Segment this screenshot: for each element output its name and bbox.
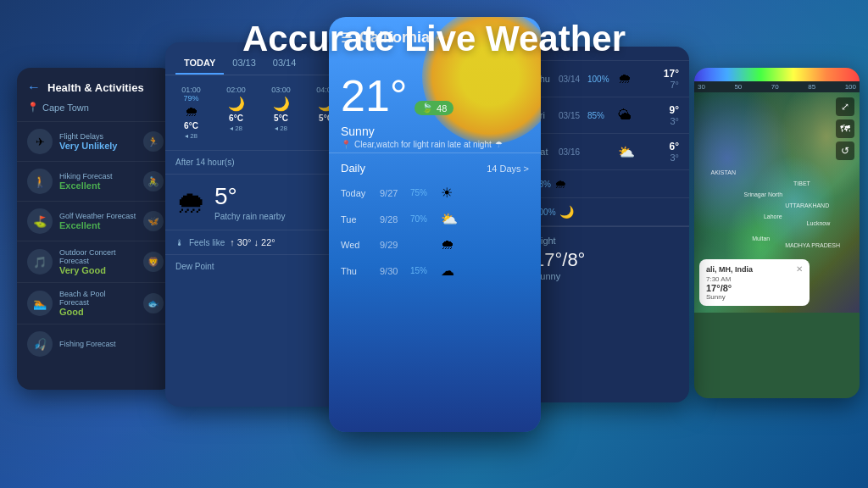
map-place-label: Lucknow	[807, 220, 831, 226]
night-label: Night	[534, 236, 679, 246]
activity-item: 🚶 Hiking Forecast Excellent 🚴	[17, 161, 174, 201]
hourly-main-temp: 5°	[214, 183, 285, 210]
california-temp-section: 21° 🍃 48 Sunny 📍 Clear,watch for light r…	[329, 53, 541, 152]
activity-icon: ⛳	[27, 208, 53, 234]
activity-item: ⛳ Golf Weather Forecast Excellent 🦋	[17, 201, 174, 241]
hourly-weather-icon: 🌧	[185, 104, 198, 119]
weekly-high: 9°	[670, 104, 679, 116]
map-layers-button[interactable]: 🗺	[836, 119, 854, 138]
activity-text: Flight Delays Very Unlikely	[59, 132, 136, 151]
label-70: 70	[771, 83, 779, 91]
back-arrow-icon[interactable]: ←	[27, 80, 41, 95]
activity-icon: 🎣	[27, 331, 53, 357]
hourly-time: 02:00	[226, 86, 246, 94]
activity-label: Hiking Forecast	[59, 172, 136, 180]
activity-text: Beach & Pool Forecast Good	[59, 290, 136, 317]
night-temp: 17°/8°	[534, 249, 679, 271]
map-place-label: Lahore	[764, 214, 782, 219]
activity-icon: 🚶	[27, 169, 53, 194]
weekly-temps: 6° 3°	[670, 141, 679, 163]
map-color-bar	[694, 68, 860, 81]
activity-item: 🎵 Outdoor Concert Forecast Very Good 🦁	[17, 241, 174, 282]
popup-close-button[interactable]: ✕	[796, 264, 803, 274]
after-label: After 14 hour(s)	[165, 150, 352, 174]
popup-title: ali, MH, India	[706, 265, 753, 274]
weekly-extra-row-1: 78% 🌧	[524, 170, 689, 198]
hourly-wind: ◂ 28	[185, 132, 198, 140]
hourly-main-label: Patchy rain nearby	[214, 212, 285, 221]
activity-extra-icon: 🐟	[143, 293, 164, 313]
weekly-day-row: Thu 03/14 100% 🌧 17° 7°	[524, 61, 689, 97]
day-date: 9/29	[380, 240, 405, 250]
popup-temp: 17°/8°	[706, 283, 803, 293]
weekly-low: 3°	[670, 116, 679, 126]
day-icon: ☀	[441, 185, 461, 201]
map-body: AKISTANTIBETSrinagar NorthLahoreMultanUT…	[694, 92, 860, 313]
day-icon: 🌧	[441, 237, 461, 252]
hourly-weather-icon: 🌙	[273, 96, 290, 112]
day-pct: 15%	[410, 266, 436, 275]
rain-icon-extra: 🌧	[554, 177, 566, 191]
weekly-day-date: 03/14	[559, 75, 584, 84]
activity-extra-icon: 🦋	[143, 211, 164, 231]
daily-row: Thu 9/30 15% ☁	[329, 258, 541, 284]
weekly-forecast-card: Thu 03/14 100% 🌧 17° 7° Fri 03/15 85% 🌥 …	[524, 47, 689, 402]
hourly-wind: ◂ 28	[230, 125, 242, 132]
activity-value: Very Unlikely	[59, 141, 136, 151]
activity-label: Beach & Pool Forecast	[59, 290, 136, 307]
weekly-weather-icon: ⛅	[618, 144, 637, 160]
alert-icon: 📍	[341, 140, 351, 149]
health-title: Health & Activities	[47, 81, 144, 94]
weather-map-card: 30 50 70 85 100 AKISTANTIBETSrinagar Nor…	[694, 68, 860, 398]
map-color-labels: 30 50 70 85 100	[694, 81, 860, 92]
umbrella-icon: ☂	[495, 140, 503, 149]
california-condition: Sunny	[341, 125, 529, 138]
map-expand-button[interactable]: ⤢	[836, 97, 854, 116]
activity-value: Very Good	[59, 265, 136, 275]
day-date: 9/27	[380, 188, 405, 198]
day-name: Today	[341, 188, 375, 198]
activity-text: Hiking Forecast Excellent	[59, 172, 136, 191]
map-place-label: TIBET	[793, 180, 810, 186]
activity-item: ✈ Flight Delays Very Unlikely 🏃	[17, 121, 174, 161]
hourly-wind: ◂ 28	[275, 125, 287, 132]
map-place-label: Multan	[752, 236, 770, 241]
hourly-temp: 6°C	[184, 121, 198, 130]
label-30: 30	[698, 83, 705, 91]
activity-extra-icon: 🦁	[143, 252, 164, 272]
hourly-feels-like: 🌡 Feels like ↑ 30° ↓ 22°	[165, 230, 352, 254]
day-pct: 75%	[410, 188, 436, 197]
hourly-column: 03:00 🌙 5°C ◂ 28	[259, 82, 303, 143]
california-temp: 21°	[341, 71, 408, 120]
daily-row: Wed 9/29 🌧	[329, 232, 541, 258]
california-alert: 📍 Clear,watch for light rain late at nig…	[341, 140, 529, 149]
label-100: 100	[845, 83, 856, 91]
map-place-label: AKISTAN	[711, 169, 736, 175]
health-activities-card: ← Health & Activities 📍 Cape Town ✈ Flig…	[17, 68, 174, 390]
days-link[interactable]: 14 Days >	[487, 164, 529, 174]
night-section: Night 17°/8° Sunny	[524, 226, 689, 290]
activity-extra-icon: 🏃	[143, 131, 164, 152]
hourly-weather-icon: 🌙	[228, 96, 245, 112]
hourly-main-icon: 🌧	[175, 185, 206, 220]
page-title: Accurate Live Weather	[0, 19, 868, 59]
map-place-label: UTTARAKHAND	[785, 202, 829, 208]
activity-value: Excellent	[59, 220, 136, 230]
activity-text: Outdoor Concert Forecast Very Good	[59, 248, 136, 275]
popup-time: 7:30 AM	[706, 275, 803, 283]
activity-label: Fishing Forecast	[59, 340, 164, 348]
map-popup: ali, MH, India ✕ 7:30 AM 17°/8° Sunny	[699, 259, 810, 306]
thermometer-icon: 🌡	[175, 238, 184, 247]
feels-temps: ↑ 30° ↓ 22°	[230, 237, 275, 247]
day-icon: ⛅	[441, 211, 461, 227]
weekly-days: Thu 03/14 100% 🌧 17° 7° Fri 03/15 85% 🌥 …	[524, 61, 689, 170]
weekly-temps: 17° 7°	[664, 68, 679, 90]
activity-value: Good	[59, 307, 136, 317]
activity-extra-icon: 🚴	[143, 171, 164, 191]
weekly-day-date: 03/15	[559, 111, 584, 120]
day-icon: ☁	[441, 263, 461, 279]
hourly-temp: 6°C	[229, 114, 243, 123]
aqi-badge: 🍃 48	[415, 101, 453, 115]
map-refresh-button[interactable]: ↺	[836, 141, 854, 160]
map-controls: ⤢ 🗺 ↺	[836, 97, 854, 160]
